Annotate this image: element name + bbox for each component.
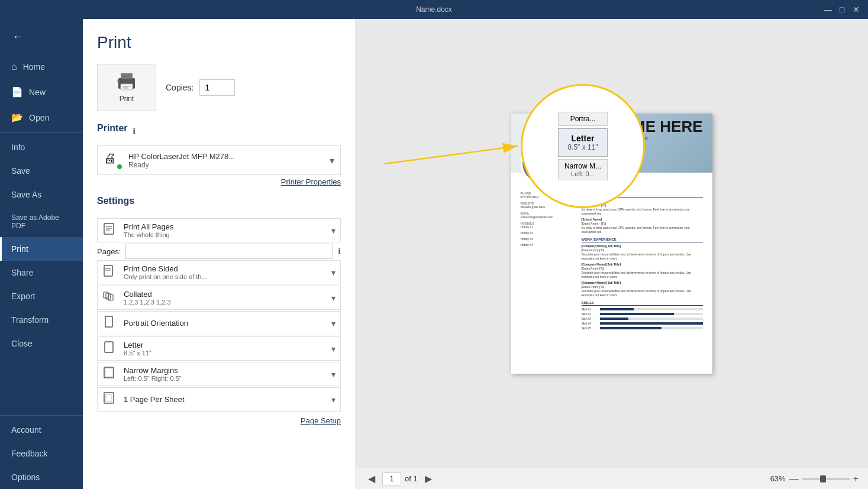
- zoom-circle-content: Portra... Letter 8.5" x 11" Narrow M... …: [553, 107, 612, 185]
- print-panel: Print Print Copies: Printer ℹ: [83, 19, 355, 489]
- open-icon: 📂: [11, 112, 23, 123]
- sides-dropdown[interactable]: Print One Sided Only print on one side o…: [97, 260, 341, 284]
- sidebar-item-save-as[interactable]: Save As: [0, 183, 83, 206]
- pages-label: Pages:: [97, 247, 121, 256]
- page-setup-link[interactable]: Page Setup: [97, 416, 341, 425]
- sidebar-item-account[interactable]: Account: [0, 418, 83, 442]
- maximize-button[interactable]: □: [837, 5, 847, 14]
- sidebar-item-share[interactable]: Share: [0, 261, 83, 284]
- zoom-item-portrait: Portra...: [558, 112, 608, 126]
- work-dates-2: [Dates From]-[To]: [582, 267, 605, 270]
- svg-rect-5: [117, 80, 120, 82]
- printer-properties-link[interactable]: Printer Properties: [97, 177, 341, 186]
- pages-input[interactable]: [125, 244, 333, 259]
- sidebar-item-close[interactable]: Close: [0, 332, 83, 355]
- copies-row: Print Copies:: [97, 64, 341, 111]
- margins-content: Narrow Margins Left: 0.5" Right: 0.5": [124, 366, 327, 382]
- pages-info-icon[interactable]: ℹ: [338, 247, 341, 256]
- settings-section: Settings Print All Pages The whole thing…: [97, 196, 341, 432]
- work-desc-2: Describe your responsibilities and achie…: [582, 271, 691, 278]
- sidebar-item-save[interactable]: Save: [0, 159, 83, 183]
- sidebar-bottom: Account Feedback Options: [0, 413, 83, 489]
- printer-selector[interactable]: 🖨 HP ColorLaserJet MFP M278... Ready ▾: [97, 145, 341, 175]
- paper-size-content: Letter 8.5" x 11": [124, 341, 327, 357]
- edu-entry-2: [School Name] [Dates From] - [To] It's o…: [582, 218, 703, 234]
- sidebar-item-info[interactable]: Info: [0, 135, 83, 159]
- sidebar-item-export[interactable]: Export: [0, 284, 83, 308]
- skill-row-2: Skill #2: [582, 312, 703, 316]
- sidebar-divider-bottom: [0, 415, 83, 416]
- orientation-arrow: ▾: [331, 319, 335, 328]
- sidebar-item-new[interactable]: 📄 New: [0, 79, 83, 105]
- svg-rect-2: [121, 84, 133, 90]
- zoom-item-letter: Letter 8.5" x 11": [558, 128, 608, 157]
- minimize-button[interactable]: —: [823, 5, 832, 14]
- page-number-input[interactable]: [382, 472, 401, 485]
- paper-size-main: Letter: [124, 341, 327, 349]
- svg-rect-19: [105, 368, 112, 377]
- sidebar-label-save: Save: [11, 166, 30, 176]
- sidebar-item-open[interactable]: 📂 Open: [0, 105, 83, 130]
- skill-row-1: Skill #1: [582, 307, 703, 311]
- skill-label-3: Skill #3: [582, 317, 598, 320]
- sidebar-item-transform[interactable]: Transform: [0, 308, 83, 332]
- printer-icon: [116, 72, 137, 91]
- orientation-dropdown[interactable]: Portrait Orientation ▾: [97, 311, 341, 335]
- skill-bar-bg-5: [600, 327, 703, 329]
- sidebar-label-info: Info: [11, 143, 25, 152]
- collation-dropdown[interactable]: Collated 1,2,3 1,2,3 1,2,3 ▾: [97, 286, 341, 310]
- margins-dropdown[interactable]: Narrow Margins Left: 0.5" Right: 0.5" ▾: [97, 362, 341, 386]
- work-entry-3: [Company Name] [Job Title] [Dates From]-…: [582, 281, 703, 297]
- resume-left-col: PHONE 678-555-0102 WEBSITE Website goes …: [521, 189, 577, 331]
- print-btn-label: Print: [120, 95, 134, 103]
- sidebar-label-close: Close: [11, 339, 33, 348]
- sidebar-item-feedback[interactable]: Feedback: [0, 442, 83, 465]
- pages-per-sheet-dropdown[interactable]: 1 Page Per Sheet ▾: [97, 387, 341, 412]
- collation-main: Collated: [124, 290, 327, 299]
- pages-per-sheet-main: 1 Page Per Sheet: [124, 395, 327, 404]
- paper-size-dropdown[interactable]: Letter 8.5" x 11" ▾: [97, 336, 341, 361]
- filename: Name.docx: [416, 5, 452, 14]
- zoom-item-narrow: Narrow M... Left: 0...: [558, 159, 608, 180]
- hobby-2: Hobby #2: [521, 231, 577, 235]
- printer-section-header: Printer ℹ: [97, 123, 341, 140]
- skill-bar-fill-3: [600, 318, 629, 320]
- print-range-dropdown[interactable]: Print All Pages The whole thing ▾: [97, 218, 341, 242]
- skill-bar-fill-4: [600, 322, 703, 325]
- prev-page-button[interactable]: ◀: [364, 472, 379, 485]
- margins-main: Narrow Margins: [124, 366, 327, 375]
- collation-content: Collated 1,2,3 1,2,3 1,2,3: [124, 290, 327, 306]
- zoom-out-button[interactable]: —: [789, 474, 799, 484]
- sidebar-item-save-pdf[interactable]: Save as Adobe PDF: [0, 206, 83, 237]
- zoom-controls: 63% — +: [770, 474, 859, 484]
- skill-row-4: Skill #4: [582, 322, 703, 325]
- page-of: of 1: [405, 474, 418, 483]
- sidebar-label-new: New: [29, 88, 46, 97]
- work-title: WORK EXPERIENCE: [582, 238, 703, 242]
- next-page-button[interactable]: ▶: [421, 472, 435, 485]
- print-button[interactable]: Print: [97, 64, 156, 111]
- printer-info-icon[interactable]: ℹ: [133, 127, 135, 136]
- work-dates-1: [Dates From]-[To]: [582, 248, 605, 252]
- svg-rect-1: [121, 73, 133, 79]
- orientation-icon: [102, 315, 119, 331]
- margins-arrow: ▾: [331, 370, 335, 379]
- zoom-in-button[interactable]: +: [853, 474, 859, 484]
- resume-email: someone@example.com: [521, 215, 577, 219]
- printer-dropdown-icon: ▾: [330, 155, 334, 166]
- sidebar-label-save-pdf: Save as Adobe PDF: [11, 213, 73, 230]
- skill-label-5: Skill #5: [582, 326, 598, 330]
- sidebar-item-options[interactable]: Options: [0, 465, 83, 489]
- printer-emoji: 🖨: [104, 151, 117, 166]
- zoom-slider[interactable]: [802, 478, 850, 480]
- skills-title: SKILLS: [582, 301, 703, 306]
- close-button[interactable]: ✕: [851, 5, 861, 14]
- printer-name: HP ColorLaserJet MFP M278...: [128, 152, 324, 161]
- skill-bar-bg-2: [600, 313, 703, 315]
- back-button[interactable]: ←: [5, 24, 31, 50]
- sidebar-label-options: Options: [11, 472, 40, 482]
- sidebar-item-home[interactable]: ⌂ Home: [0, 54, 83, 79]
- copies-input[interactable]: [199, 79, 235, 96]
- svg-rect-6: [104, 224, 114, 234]
- sidebar-item-print[interactable]: Print: [0, 237, 83, 261]
